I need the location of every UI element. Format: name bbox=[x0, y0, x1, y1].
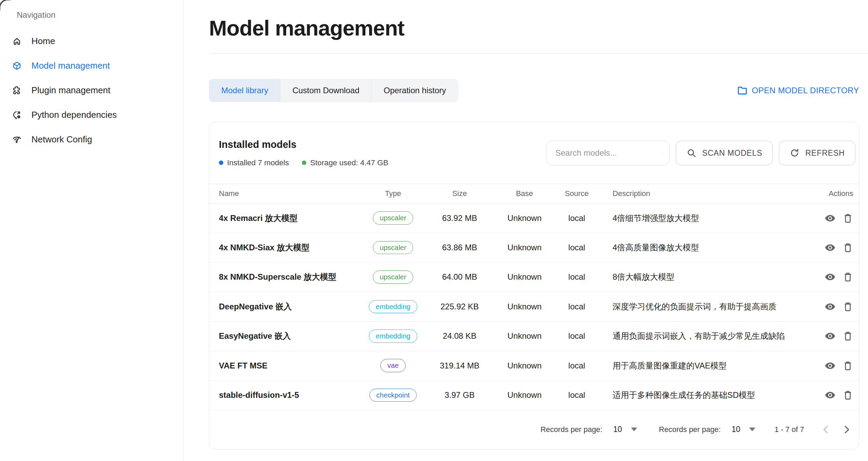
model-description-cell: 适用于多种图像生成任务的基础SD模型 bbox=[600, 390, 801, 401]
pagination-range-label: 1 - 7 of 7 bbox=[774, 425, 804, 434]
sidebar-item-home[interactable]: Home bbox=[0, 29, 183, 53]
pagination-bar: Records per page: 10 Records per page: 1… bbox=[209, 410, 859, 449]
tab-model-library[interactable]: Model library bbox=[209, 79, 280, 102]
model-base-cell: Unknown bbox=[495, 213, 554, 223]
delete-model-button[interactable] bbox=[842, 271, 853, 282]
cube-icon bbox=[12, 61, 22, 70]
model-source-cell: local bbox=[554, 361, 600, 371]
chevron-right-icon bbox=[841, 424, 852, 435]
model-type-cell: vae bbox=[362, 359, 424, 372]
delete-model-button[interactable] bbox=[842, 331, 853, 341]
card-header: Installed models Installed 7 models Stor… bbox=[209, 122, 859, 184]
records-per-page-select-1[interactable]: 10 bbox=[613, 425, 637, 434]
open-model-directory-link[interactable]: OPEN MODEL DIRECTORY bbox=[736, 85, 859, 96]
model-size-cell: 3.97 GB bbox=[424, 390, 495, 400]
type-badge-upscaler: upscaler bbox=[373, 241, 413, 254]
model-base-cell: Unknown bbox=[495, 331, 554, 341]
trash-icon bbox=[842, 301, 853, 312]
delete-model-button[interactable] bbox=[842, 360, 853, 371]
sidebar-item-network-config[interactable]: Network Config bbox=[0, 127, 183, 152]
tabs-row: Model libraryCustom DownloadOperation hi… bbox=[209, 79, 859, 102]
records-per-page-value: 10 bbox=[613, 425, 622, 434]
model-description-cell: 深度学习优化的负面提示词，有助于提高画质 bbox=[600, 301, 801, 312]
previous-page-button[interactable] bbox=[821, 424, 831, 435]
delete-model-button[interactable] bbox=[842, 390, 853, 401]
view-model-button[interactable] bbox=[825, 301, 836, 312]
eye-icon bbox=[825, 331, 836, 341]
type-badge-checkpoint: checkpoint bbox=[369, 389, 417, 402]
view-model-button[interactable] bbox=[825, 271, 836, 282]
table-row: 4x Remacri 放大模型upscaler63.92 MBUnknownlo… bbox=[209, 204, 859, 233]
trash-icon bbox=[842, 271, 853, 282]
search-box bbox=[546, 141, 670, 165]
eye-icon bbox=[825, 360, 836, 371]
model-source-cell: local bbox=[554, 243, 600, 252]
chevron-left-icon bbox=[821, 424, 831, 435]
column-header-name: Name bbox=[209, 189, 362, 198]
title-divider bbox=[209, 53, 868, 54]
model-name-cell: EasyNegative 嵌入 bbox=[209, 331, 362, 341]
model-actions-cell bbox=[801, 271, 859, 282]
python-deps-icon bbox=[12, 110, 22, 120]
sidebar-item-python-dependencies[interactable]: Python dependencies bbox=[0, 102, 183, 127]
model-source-cell: local bbox=[554, 390, 600, 400]
eye-icon bbox=[825, 271, 836, 282]
refresh-button[interactable]: REFRESH bbox=[779, 141, 855, 165]
scan-models-button[interactable]: SCAN MODELS bbox=[676, 141, 773, 165]
view-model-button[interactable] bbox=[825, 331, 836, 341]
model-size-cell: 24.08 KB bbox=[424, 331, 495, 341]
model-size-cell: 319.14 MB bbox=[424, 361, 495, 371]
view-model-button[interactable] bbox=[825, 390, 836, 401]
view-model-button[interactable] bbox=[825, 360, 836, 371]
records-per-page-value: 10 bbox=[732, 425, 741, 434]
model-actions-cell bbox=[801, 331, 859, 341]
sidebar: Navigation HomeModel managementPlugin ma… bbox=[0, 0, 183, 461]
model-source-cell: local bbox=[554, 331, 600, 341]
model-actions-cell bbox=[801, 390, 859, 401]
model-name-cell: 4x NMKD-Siax 放大模型 bbox=[209, 242, 362, 253]
card-title: Installed models bbox=[219, 139, 388, 150]
storage-dot bbox=[302, 160, 306, 165]
sidebar-item-model-management[interactable]: Model management bbox=[0, 53, 183, 78]
delete-model-button[interactable] bbox=[842, 301, 853, 312]
refresh-label: REFRESH bbox=[805, 149, 845, 158]
type-badge-upscaler: upscaler bbox=[373, 270, 413, 284]
model-description-cell: 4倍高质量图像放大模型 bbox=[600, 242, 801, 253]
model-actions-cell bbox=[801, 360, 859, 371]
type-badge-embedding: embedding bbox=[369, 300, 417, 313]
column-header-base: Base bbox=[495, 189, 554, 198]
model-type-cell: checkpoint bbox=[362, 389, 424, 402]
tab-custom-download[interactable]: Custom Download bbox=[280, 79, 371, 102]
sidebar-item-plugin-management[interactable]: Plugin management bbox=[0, 78, 183, 102]
model-size-cell: 225.92 KB bbox=[424, 302, 495, 311]
puzzle-icon bbox=[12, 86, 22, 95]
model-name-cell: DeepNegative 嵌入 bbox=[209, 301, 362, 312]
delete-model-button[interactable] bbox=[842, 242, 853, 253]
eye-icon bbox=[825, 390, 836, 401]
view-model-button[interactable] bbox=[825, 242, 836, 253]
model-description-cell: 通用负面提示词嵌入，有助于减少常见生成缺陷 bbox=[600, 331, 801, 341]
table-row: 8x NMKD-Superscale 放大模型upscaler64.00 MBU… bbox=[209, 263, 859, 292]
search-input[interactable] bbox=[555, 148, 662, 158]
table-row: VAE FT MSEvae319.14 MBUnknownlocal用于高质量图… bbox=[209, 351, 859, 380]
type-badge-upscaler: upscaler bbox=[373, 211, 413, 225]
sidebar-item-label: Home bbox=[31, 36, 55, 46]
header-controls: SCAN MODELS REFRESH bbox=[546, 141, 855, 165]
next-page-button[interactable] bbox=[841, 424, 852, 435]
model-base-cell: Unknown bbox=[495, 361, 554, 371]
model-description-cell: 4倍细节增强型放大模型 bbox=[600, 213, 801, 224]
model-type-cell: embedding bbox=[362, 330, 424, 343]
type-badge-embedding: embedding bbox=[369, 330, 417, 343]
model-source-cell: local bbox=[554, 302, 600, 311]
model-name-cell: 8x NMKD-Superscale 放大模型 bbox=[209, 271, 362, 282]
tab-operation-history[interactable]: Operation history bbox=[371, 79, 458, 102]
installed-count-status: Installed 7 models bbox=[219, 158, 289, 167]
view-model-button[interactable] bbox=[825, 213, 836, 224]
records-per-page-select-2[interactable]: 10 bbox=[732, 425, 756, 434]
sidebar-nav: HomeModel managementPlugin managementPyt… bbox=[0, 29, 183, 152]
delete-model-button[interactable] bbox=[842, 213, 853, 224]
home-icon bbox=[12, 37, 22, 46]
model-base-cell: Unknown bbox=[495, 272, 554, 282]
type-badge-vae: vae bbox=[380, 359, 405, 372]
sidebar-item-label: Python dependencies bbox=[31, 110, 117, 120]
